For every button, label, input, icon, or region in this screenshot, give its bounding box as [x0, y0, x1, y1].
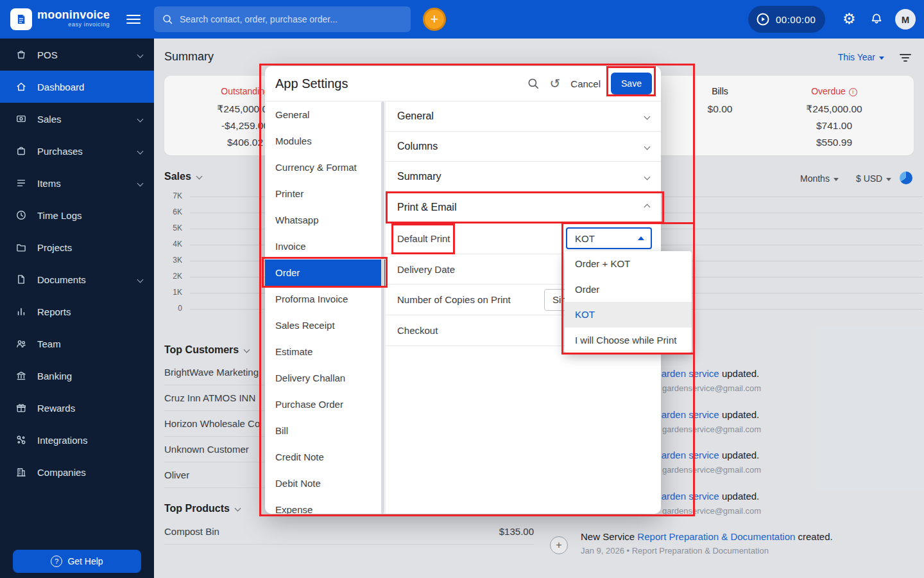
cancel-button[interactable]: Cancel: [570, 78, 601, 89]
integrations-icon: [15, 434, 27, 446]
sidebar: POS Dashboard Sales Purchases Items Time…: [0, 39, 154, 578]
chevron-up-icon: [638, 236, 644, 240]
sidebar-item-label: Banking: [37, 371, 72, 381]
settings-nav-estimate[interactable]: Estimate: [265, 338, 385, 365]
chevron-down-icon: [644, 143, 651, 150]
get-help-button[interactable]: ? Get Help: [13, 550, 141, 573]
chevron-down-icon: [137, 148, 144, 154]
settings-nav-proforma-invoice[interactable]: Proforma Invoice: [265, 286, 385, 312]
settings-nav-debit-note[interactable]: Debit Note: [265, 470, 385, 496]
accordion-summary[interactable]: Summary: [386, 162, 661, 192]
default-print-options: Order + KOT Order KOT I will Choose whil…: [565, 251, 692, 353]
settings-nav-credit-note[interactable]: Credit Note: [265, 444, 385, 470]
search-input[interactable]: [180, 14, 403, 24]
sidebar-item-label: Documents: [37, 274, 86, 285]
screen: mooninvoice easy invoicing + 00:00:00 ⚙ …: [0, 0, 924, 578]
modal-title: App Settings: [275, 76, 348, 91]
default-print-row: Default Print KOT: [386, 223, 661, 254]
settings-nav-delivery-challan[interactable]: Delivery Challan: [265, 365, 385, 391]
option-order[interactable]: Order: [565, 277, 692, 302]
brand-name: mooninvoice: [37, 8, 110, 22]
accordion-general[interactable]: General: [386, 101, 661, 132]
sidebar-item-reports[interactable]: Reports: [0, 295, 154, 328]
sidebar-item-rewards[interactable]: Rewards: [0, 392, 154, 424]
settings-nav-bill[interactable]: Bill: [265, 417, 385, 444]
chevron-up-icon: [644, 204, 651, 211]
settings-gear-icon[interactable]: ⚙: [843, 10, 856, 27]
sidebar-item-banking[interactable]: Banking: [0, 360, 154, 392]
chevron-down-icon: [137, 51, 144, 58]
sidebar-item-time-logs[interactable]: Time Logs: [0, 199, 154, 231]
global-search[interactable]: [154, 6, 411, 32]
sidebar-item-label: Items: [37, 178, 61, 189]
sidebar-item-companies[interactable]: Companies: [0, 456, 154, 488]
settings-nav-general[interactable]: General: [265, 101, 385, 128]
sidebar-item-items[interactable]: Items: [0, 167, 154, 199]
purchases-icon: [15, 145, 27, 157]
save-button[interactable]: Save: [611, 73, 652, 94]
sidebar-item-label: Projects: [37, 242, 72, 253]
sidebar-item-label: Team: [37, 338, 61, 349]
sidebar-item-integrations[interactable]: Integrations: [0, 424, 154, 456]
brand-tagline: easy invoicing: [37, 21, 110, 28]
sidebar-item-team[interactable]: Team: [0, 328, 154, 360]
invoice-logo-glyph: [15, 13, 28, 26]
get-help-label: Get Help: [67, 556, 103, 566]
sidebar-item-label: Companies: [37, 467, 86, 478]
user-avatar[interactable]: M: [895, 9, 916, 30]
settings-nav-invoice[interactable]: Invoice: [265, 233, 385, 259]
settings-nav-printer[interactable]: Printer: [265, 180, 385, 207]
notifications-bell-icon[interactable]: [870, 12, 883, 28]
sidebar-item-label: Rewards: [37, 403, 75, 414]
timer-value: 00:00:00: [776, 14, 816, 25]
option-choose-while-print[interactable]: I will Choose while Print: [565, 328, 692, 353]
sidebar-item-label: Sales: [37, 114, 62, 125]
app-logo-icon[interactable]: [10, 8, 32, 30]
sidebar-item-label: POS: [37, 49, 58, 60]
scrollbar[interactable]: [381, 101, 384, 514]
sidebar-item-label: Time Logs: [37, 210, 81, 221]
sidebar-item-label: Reports: [37, 306, 71, 317]
folder-icon: [15, 241, 27, 253]
sidebar-item-projects[interactable]: Projects: [0, 231, 154, 263]
quick-add-button[interactable]: +: [423, 8, 446, 31]
sidebar-item-dashboard[interactable]: Dashboard: [0, 71, 154, 103]
hamburger-menu-icon[interactable]: [126, 15, 141, 24]
clock-icon: [15, 209, 27, 221]
reset-icon[interactable]: ↺: [550, 77, 561, 90]
settings-nav: General Modules Currency & Format Printe…: [265, 101, 386, 514]
settings-nav-purchase-order[interactable]: Purchase Order: [265, 391, 385, 417]
sidebar-item-documents[interactable]: Documents: [0, 263, 154, 295]
option-order-kot[interactable]: Order + KOT: [565, 251, 692, 277]
settings-nav-sales-receipt[interactable]: Sales Receipt: [265, 312, 385, 338]
settings-nav-expense[interactable]: Expense: [265, 496, 385, 514]
chevron-down-icon: [137, 180, 144, 186]
settings-nav-currency-format[interactable]: Currency & Format: [265, 154, 385, 180]
settings-nav-whatsapp[interactable]: Whatsapp: [265, 207, 385, 233]
sidebar-item-label: Purchases: [37, 146, 83, 157]
sidebar-item-label: Dashboard: [37, 82, 84, 92]
topbar: mooninvoice easy invoicing + 00:00:00 ⚙ …: [0, 0, 924, 39]
bar-chart-icon: [15, 306, 27, 317]
items-icon: [15, 177, 27, 189]
timer-widget[interactable]: 00:00:00: [748, 6, 825, 33]
sidebar-item-label: Integrations: [37, 435, 87, 446]
sidebar-item-pos[interactable]: POS: [0, 39, 154, 71]
sidebar-item-purchases[interactable]: Purchases: [0, 135, 154, 167]
accordion-columns[interactable]: Columns: [386, 132, 661, 162]
team-icon: [15, 338, 27, 349]
settings-nav-modules[interactable]: Modules: [265, 128, 385, 154]
settings-nav-order[interactable]: Order: [265, 259, 385, 286]
checkout-label: Checkout: [397, 325, 438, 336]
default-print-select[interactable]: KOT: [566, 227, 652, 249]
search-icon[interactable]: [527, 77, 540, 90]
chevron-down-icon: [644, 113, 651, 119]
default-print-label: Default Print: [397, 233, 450, 244]
sales-icon: [15, 113, 27, 125]
copies-label: Number of Copies on Print: [397, 294, 511, 305]
chevron-down-icon: [137, 116, 144, 122]
sidebar-item-sales[interactable]: Sales: [0, 103, 154, 135]
option-kot[interactable]: KOT: [565, 302, 692, 328]
accordion-print-email[interactable]: Print & Email: [386, 192, 661, 223]
search-icon: [162, 13, 173, 25]
